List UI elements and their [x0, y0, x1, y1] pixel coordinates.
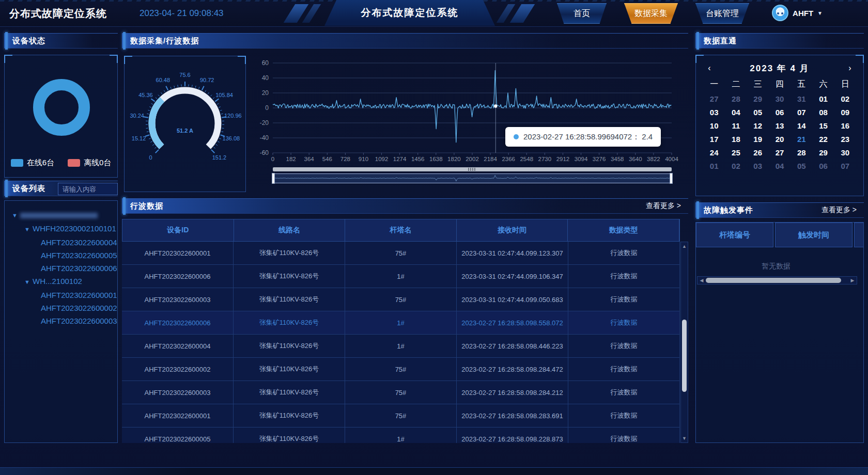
scroll-down-icon[interactable]: ▼ [681, 435, 688, 442]
tree-group-0[interactable]: ▼WHFH20230002100101 [12, 222, 117, 236]
calendar-day[interactable]: 18 [725, 135, 747, 144]
datazoom-overview[interactable] [273, 173, 672, 183]
table-row[interactable]: AHFT2023022600006张集矿110KV-826号1#2023-03-… [122, 265, 680, 288]
tree-device-item[interactable]: AHFT2023022600005 [12, 249, 117, 262]
calendar-day[interactable]: 25 [725, 148, 747, 157]
user-menu[interactable]: AHFT ▼ [772, 5, 823, 21]
table-vertical-scrollbar[interactable]: ▲ ▼ [680, 242, 688, 443]
calendar-panel: ‹ 2023 年 4 月 › 一二三四五六日272829303101020304… [695, 55, 864, 196]
panel-header-device-status: 设备状态 [4, 33, 118, 49]
calendar-day[interactable]: 23 [834, 135, 856, 144]
calendar-day[interactable]: 06 [812, 162, 834, 170]
calendar-day[interactable]: 21 [791, 135, 812, 144]
table-cell: AHFT2023022600005 [122, 427, 234, 443]
calendar-day[interactable]: 05 [747, 108, 769, 117]
calendar-day[interactable]: 03 [747, 162, 769, 170]
calendar-day[interactable]: 11 [725, 121, 747, 130]
wave-table-header-cell: 线路名 [234, 219, 346, 241]
table-cell: 2023-02-27 16:28:58.098.228.873 [457, 427, 568, 443]
calendar-day[interactable]: 29 [747, 94, 769, 103]
calendar-day[interactable]: 26 [747, 148, 769, 157]
tree-caret-icon[interactable]: ▼ [12, 209, 20, 222]
tree-device-item[interactable]: AHFT2023022600006 [12, 262, 117, 275]
table-row[interactable]: AHFT2023022600004张集矿110KV-826号1#2023-02-… [122, 335, 680, 358]
calendar-day[interactable]: 07 [834, 162, 856, 170]
tree-device-item[interactable]: AHFT2023022600004 [12, 236, 117, 249]
calendar-day[interactable]: 27 [769, 148, 791, 157]
nav-tab-2[interactable]: 台账管理 [695, 3, 749, 24]
calendar-day[interactable]: 24 [703, 148, 725, 157]
calendar-day[interactable]: 29 [812, 148, 834, 157]
collection-title: 数据采集/行波数据 [130, 36, 199, 46]
calendar-day[interactable]: 08 [812, 108, 834, 117]
wave-table-more-link[interactable]: 查看更多 > [646, 201, 681, 211]
scrollbar-thumb[interactable] [682, 320, 687, 392]
calendar-day[interactable]: 01 [703, 162, 725, 170]
events-horizontal-scrollbar[interactable]: ◀ ▶ [697, 276, 857, 284]
calendar-day[interactable]: 20 [769, 135, 791, 144]
tree-group-1[interactable]: ▼WH...2100102 [12, 275, 117, 289]
datazoom-left-handle[interactable] [272, 173, 275, 184]
nav-tab-1[interactable]: 数据采集 [624, 3, 678, 24]
svg-text:3276: 3276 [593, 156, 606, 162]
calendar-day[interactable]: 05 [791, 162, 812, 170]
table-row[interactable]: AHFT2023022600001张集矿110KV-826号75#2023-03… [122, 242, 680, 265]
scrollbar-thumb[interactable] [706, 278, 841, 283]
calendar-day[interactable]: 06 [769, 108, 791, 117]
calendar-day[interactable]: 02 [725, 162, 747, 170]
calendar-day[interactable]: 31 [791, 94, 812, 103]
datazoom-grip[interactable] [468, 168, 476, 171]
table-cell: AHFT2023022600006 [122, 311, 234, 334]
calendar-day[interactable]: 04 [769, 162, 791, 170]
tree-device-item[interactable]: AHFT2023022600001 [12, 289, 117, 302]
calendar-day[interactable]: 07 [791, 108, 812, 117]
calendar-day[interactable]: 12 [747, 121, 769, 130]
calendar-day[interactable]: 30 [769, 94, 791, 103]
calendar-day[interactable]: 22 [812, 135, 834, 144]
calendar-day[interactable]: 17 [703, 135, 725, 144]
chart-tooltip: 2023-02-27 16:28:58.99694072： 2.4 [505, 127, 661, 147]
tree-device-item[interactable]: AHFT2023022600002 [12, 302, 117, 314]
tooltip-text: 2023-02-27 16:28:58.99694072： 2.4 [523, 132, 653, 142]
calendar-day[interactable]: 01 [812, 94, 834, 103]
calendar-day[interactable]: 10 [703, 121, 725, 130]
calendar-day[interactable]: 28 [791, 148, 812, 157]
table-row[interactable]: AHFT2023022600002张集矿110KV-826号75#2023-02… [122, 358, 680, 381]
chevron-right-icon[interactable]: › [844, 64, 856, 73]
table-row[interactable]: AHFT2023022600003张集矿110KV-826号75#2023-02… [122, 381, 680, 404]
scroll-left-icon[interactable]: ◀ [698, 277, 705, 284]
datazoom-right-handle[interactable] [670, 173, 673, 184]
calendar-day[interactable]: 15 [812, 121, 834, 130]
calendar-day[interactable]: 27 [703, 94, 725, 103]
device-search-input[interactable] [58, 183, 118, 195]
calendar-day[interactable]: 09 [834, 108, 856, 117]
legend-label: 离线0台 [84, 158, 111, 168]
calendar-day[interactable]: 02 [834, 94, 856, 103]
table-row[interactable]: AHFT2023022600005张集矿110KV-826号1#2023-02-… [122, 427, 680, 443]
calendar-day[interactable]: 28 [725, 94, 747, 103]
fault-events-more-link[interactable]: 查看更多 > [822, 205, 857, 215]
table-row[interactable]: AHFT2023022600006张集矿110KV-826号1#2023-02-… [122, 311, 680, 335]
wave-data-table: 设备ID线路名杆塔名接收时间数据类型AHFT2023022600001张集矿11… [122, 219, 688, 443]
calendar-day[interactable]: 30 [834, 148, 856, 157]
table-cell: 1# [345, 335, 457, 357]
scroll-up-icon[interactable]: ▲ [681, 243, 688, 250]
tree-caret-icon[interactable]: ▼ [24, 276, 33, 289]
calendar-day[interactable]: 03 [703, 108, 725, 117]
tree-caret-icon[interactable]: ▼ [24, 223, 33, 236]
chevron-left-icon[interactable]: ‹ [703, 64, 716, 73]
svg-text:728: 728 [340, 156, 350, 162]
tree-root-redacted[interactable]: ▼ [12, 208, 117, 222]
calendar-day[interactable]: 19 [747, 135, 769, 144]
calendar-day[interactable]: 04 [725, 108, 747, 117]
svg-text:2548: 2548 [520, 156, 533, 162]
calendar-day[interactable]: 16 [834, 121, 856, 130]
scroll-right-icon[interactable]: ▶ [849, 277, 856, 284]
datazoom-slider[interactable] [273, 167, 672, 171]
calendar-day[interactable]: 14 [791, 121, 812, 130]
nav-tab-0[interactable]: 首页 [557, 3, 607, 24]
table-row[interactable]: AHFT2023022600001张集矿110KV-826号75#2023-02… [122, 404, 680, 427]
calendar-day[interactable]: 13 [769, 121, 791, 130]
tree-device-item[interactable]: AHFT2023022600003 [12, 314, 117, 327]
table-row[interactable]: AHFT2023022600003张集矿110KV-826号75#2023-03… [122, 288, 680, 311]
